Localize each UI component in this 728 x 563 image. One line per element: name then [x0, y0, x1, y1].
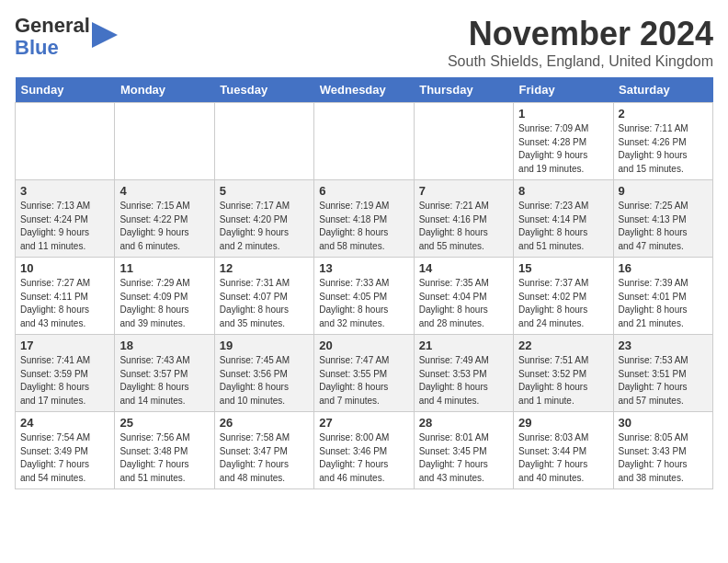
page-subtitle: South Shields, England, United Kingdom [448, 53, 713, 70]
day-info: Sunrise: 7:56 AM Sunset: 3:48 PM Dayligh… [119, 431, 209, 485]
day-number: 4 [119, 184, 209, 198]
calendar-cell: 13Sunrise: 7:33 AM Sunset: 4:05 PM Dayli… [314, 258, 414, 335]
day-info: Sunrise: 7:17 AM Sunset: 4:20 PM Dayligh… [220, 200, 309, 253]
day-number: 26 [220, 416, 309, 430]
day-info: Sunrise: 7:13 AM Sunset: 4:24 PM Dayligh… [20, 200, 109, 253]
calendar-cell: 3Sunrise: 7:13 AM Sunset: 4:24 PM Daylig… [16, 180, 115, 258]
day-info: Sunrise: 7:33 AM Sunset: 4:05 PM Dayligh… [319, 277, 408, 330]
calendar-cell: 10Sunrise: 7:27 AM Sunset: 4:11 PM Dayli… [16, 258, 115, 335]
calendar-table: SundayMondayTuesdayWednesdayThursdayFrid… [15, 77, 713, 489]
calendar-cell: 5Sunrise: 7:17 AM Sunset: 4:20 PM Daylig… [214, 180, 313, 258]
day-info: Sunrise: 7:47 AM Sunset: 3:55 PM Dayligh… [319, 354, 408, 408]
day-number: 23 [619, 339, 708, 352]
calendar-cell [414, 103, 513, 180]
day-info: Sunrise: 7:49 AM Sunset: 3:53 PM Dayligh… [419, 354, 508, 408]
calendar-cell: 7Sunrise: 7:21 AM Sunset: 4:16 PM Daylig… [414, 180, 513, 258]
day-info: Sunrise: 7:25 AM Sunset: 4:13 PM Dayligh… [619, 200, 708, 253]
header: GeneralBlue November 2024 South Shields,… [15, 15, 713, 70]
calendar-cell: 26Sunrise: 7:58 AM Sunset: 3:47 PM Dayli… [214, 412, 313, 489]
day-info: Sunrise: 7:43 AM Sunset: 3:57 PM Dayligh… [119, 354, 209, 408]
day-info: Sunrise: 8:01 AM Sunset: 3:45 PM Dayligh… [419, 431, 508, 485]
logo-text: GeneralBlue [15, 15, 90, 59]
weekday-header-saturday: Saturday [613, 77, 712, 103]
day-number: 30 [619, 416, 708, 430]
day-number: 9 [619, 184, 708, 198]
day-info: Sunrise: 7:21 AM Sunset: 4:16 PM Dayligh… [419, 200, 508, 253]
day-info: Sunrise: 7:23 AM Sunset: 4:14 PM Dayligh… [518, 200, 608, 253]
day-info: Sunrise: 7:09 AM Sunset: 4:28 PM Dayligh… [518, 122, 608, 176]
title-area: November 2024 South Shields, England, Un… [448, 15, 713, 70]
calendar-cell: 29Sunrise: 8:03 AM Sunset: 3:44 PM Dayli… [514, 412, 613, 489]
day-info: Sunrise: 8:03 AM Sunset: 3:44 PM Dayligh… [518, 431, 608, 485]
weekday-header-friday: Friday [514, 77, 613, 103]
weekday-header-monday: Monday [115, 77, 214, 103]
calendar-cell: 17Sunrise: 7:41 AM Sunset: 3:59 PM Dayli… [16, 335, 115, 412]
day-info: Sunrise: 7:11 AM Sunset: 4:26 PM Dayligh… [619, 122, 708, 176]
calendar-cell: 25Sunrise: 7:56 AM Sunset: 3:48 PM Dayli… [115, 412, 214, 489]
calendar-cell: 11Sunrise: 7:29 AM Sunset: 4:09 PM Dayli… [115, 258, 214, 335]
weekday-header-thursday: Thursday [414, 77, 513, 103]
day-number: 11 [119, 261, 209, 275]
day-info: Sunrise: 8:05 AM Sunset: 3:43 PM Dayligh… [619, 431, 708, 485]
calendar-week-5: 24Sunrise: 7:54 AM Sunset: 3:49 PM Dayli… [16, 412, 713, 489]
day-info: Sunrise: 7:29 AM Sunset: 4:09 PM Dayligh… [119, 277, 209, 330]
day-info: Sunrise: 7:15 AM Sunset: 4:22 PM Dayligh… [119, 200, 209, 253]
calendar-cell: 16Sunrise: 7:39 AM Sunset: 4:01 PM Dayli… [613, 258, 712, 335]
calendar-cell: 23Sunrise: 7:53 AM Sunset: 3:51 PM Dayli… [613, 335, 712, 412]
day-number: 13 [319, 261, 408, 275]
day-info: Sunrise: 7:41 AM Sunset: 3:59 PM Dayligh… [20, 354, 109, 408]
day-number: 1 [518, 107, 608, 121]
day-number: 14 [419, 261, 508, 275]
day-info: Sunrise: 7:27 AM Sunset: 4:11 PM Dayligh… [20, 277, 109, 330]
calendar-cell: 12Sunrise: 7:31 AM Sunset: 4:07 PM Dayli… [214, 258, 313, 335]
calendar-week-2: 3Sunrise: 7:13 AM Sunset: 4:24 PM Daylig… [16, 180, 713, 258]
day-number: 27 [319, 416, 408, 430]
calendar-cell [214, 103, 313, 180]
day-number: 2 [619, 107, 708, 121]
day-number: 8 [518, 184, 608, 198]
calendar-cell: 20Sunrise: 7:47 AM Sunset: 3:55 PM Dayli… [314, 335, 414, 412]
day-number: 15 [518, 261, 608, 275]
calendar-cell: 8Sunrise: 7:23 AM Sunset: 4:14 PM Daylig… [514, 180, 613, 258]
day-number: 7 [419, 184, 508, 198]
calendar-week-3: 10Sunrise: 7:27 AM Sunset: 4:11 PM Dayli… [16, 258, 713, 335]
calendar-cell [115, 103, 214, 180]
day-number: 5 [220, 184, 309, 198]
day-info: Sunrise: 7:31 AM Sunset: 4:07 PM Dayligh… [220, 277, 309, 330]
calendar-cell: 6Sunrise: 7:19 AM Sunset: 4:18 PM Daylig… [314, 180, 414, 258]
day-info: Sunrise: 7:51 AM Sunset: 3:52 PM Dayligh… [518, 354, 608, 408]
day-info: Sunrise: 7:39 AM Sunset: 4:01 PM Dayligh… [619, 277, 708, 330]
weekday-header-sunday: Sunday [16, 77, 115, 103]
calendar-cell: 28Sunrise: 8:01 AM Sunset: 3:45 PM Dayli… [414, 412, 513, 489]
calendar-cell: 21Sunrise: 7:49 AM Sunset: 3:53 PM Dayli… [414, 335, 513, 412]
day-info: Sunrise: 7:58 AM Sunset: 3:47 PM Dayligh… [220, 431, 309, 485]
calendar-cell: 22Sunrise: 7:51 AM Sunset: 3:52 PM Dayli… [514, 335, 613, 412]
day-info: Sunrise: 7:45 AM Sunset: 3:56 PM Dayligh… [220, 354, 309, 408]
day-number: 20 [319, 339, 408, 352]
day-info: Sunrise: 7:53 AM Sunset: 3:51 PM Dayligh… [619, 354, 708, 408]
day-number: 6 [319, 184, 408, 198]
page-title: November 2024 [448, 15, 713, 53]
day-info: Sunrise: 7:35 AM Sunset: 4:04 PM Dayligh… [419, 277, 508, 330]
calendar-week-4: 17Sunrise: 7:41 AM Sunset: 3:59 PM Dayli… [16, 335, 713, 412]
day-number: 17 [20, 339, 109, 352]
day-number: 24 [20, 416, 109, 430]
weekday-header-tuesday: Tuesday [214, 77, 313, 103]
calendar-cell [16, 103, 115, 180]
logo-arrow-icon [92, 18, 118, 52]
logo: GeneralBlue [15, 15, 118, 59]
calendar-cell [314, 103, 414, 180]
calendar-cell: 24Sunrise: 7:54 AM Sunset: 3:49 PM Dayli… [16, 412, 115, 489]
calendar-cell: 19Sunrise: 7:45 AM Sunset: 3:56 PM Dayli… [214, 335, 313, 412]
day-info: Sunrise: 7:54 AM Sunset: 3:49 PM Dayligh… [20, 431, 109, 485]
day-info: Sunrise: 7:37 AM Sunset: 4:02 PM Dayligh… [518, 277, 608, 330]
day-info: Sunrise: 8:00 AM Sunset: 3:46 PM Dayligh… [319, 431, 408, 485]
calendar-cell: 27Sunrise: 8:00 AM Sunset: 3:46 PM Dayli… [314, 412, 414, 489]
calendar-week-1: 1Sunrise: 7:09 AM Sunset: 4:28 PM Daylig… [16, 103, 713, 180]
day-number: 18 [119, 339, 209, 352]
day-number: 19 [220, 339, 309, 352]
weekday-header-wednesday: Wednesday [314, 77, 414, 103]
day-number: 25 [119, 416, 209, 430]
day-number: 10 [20, 261, 109, 275]
day-number: 21 [419, 339, 508, 352]
